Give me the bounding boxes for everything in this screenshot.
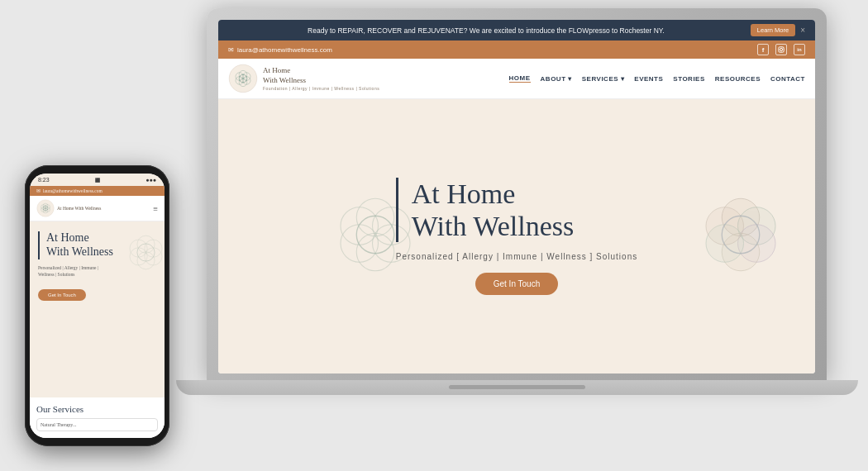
- announcement-text: Ready to REPAIR, RECOVER and REJUVENATE?…: [228, 26, 744, 35]
- svg-point-23: [706, 207, 744, 245]
- nav-home[interactable]: HOME: [509, 74, 531, 83]
- phone-screen: 8:23 ⬛ ●●● ✉ laura@athomewithwellness.co…: [30, 174, 165, 438]
- logo-image: [228, 64, 258, 93]
- hero-title-line2: With Wellness: [412, 211, 574, 241]
- svg-point-17: [356, 216, 394, 254]
- nav-about[interactable]: ABOUT ▾: [541, 75, 572, 83]
- scene: Ready to REPAIR, RECOVER and REJUVENATE?…: [0, 0, 868, 471]
- phone-logo-text: At Home With Wellness: [57, 206, 101, 211]
- phone-info-bar: ✉ laura@athomewithwellness.com: [30, 186, 165, 196]
- phone-service-card[interactable]: Natural Therapy...: [36, 418, 158, 431]
- logo-tagline: Foundation | Allergy | Immune | Wellness…: [263, 86, 379, 91]
- phone-title-line2: With Wellness: [46, 245, 113, 258]
- phone-hero-title: At Home With Wellness: [38, 231, 156, 259]
- phone-nav: At Home With Wellness ≡: [30, 196, 165, 221]
- phone-logo-area: At Home With Wellness: [36, 199, 101, 217]
- phone-logo-image: [36, 199, 55, 217]
- hero-section: At Home With Wellness Personalized [ All…: [218, 99, 815, 373]
- phone-services-title: Our Services: [36, 404, 158, 414]
- phone-services-section: Our Services Natural Therapy...: [30, 397, 165, 438]
- nav-stories[interactable]: STORIES: [673, 75, 704, 83]
- hero-right-decoration: [683, 177, 799, 296]
- svg-point-11: [356, 198, 394, 236]
- email-address: laura@athomewithwellness.com: [237, 46, 332, 54]
- laptop-body: Ready to REPAIR, RECOVER and REJUVENATE?…: [207, 8, 827, 380]
- phone-device: 8:23 ⬛ ●●● ✉ laura@athomewithwellness.co…: [25, 165, 169, 446]
- hero-subtitle: Personalized [ Allergy | Immune | Wellne…: [396, 252, 637, 261]
- linkedin-icon[interactable]: in: [794, 44, 805, 55]
- close-announcement-icon[interactable]: ×: [800, 26, 805, 35]
- nav-links: HOME ABOUT ▾ SERVICES ▾ EVENTS STORIES R…: [509, 74, 805, 83]
- hero-cta-button[interactable]: Get In Touch: [475, 273, 559, 295]
- phone-status-bar: 8:23 ⬛ ●●●: [30, 174, 165, 186]
- hamburger-icon[interactable]: ≡: [153, 204, 158, 213]
- phone-hero-section: At Home With Wellness Personalized | All…: [30, 221, 165, 397]
- learn-more-button[interactable]: Learn More: [751, 24, 795, 36]
- nav-contact[interactable]: CONTACT: [770, 75, 805, 83]
- phone-title-line1: At Home: [46, 231, 89, 244]
- phone-hero-subtitle: Personalized | Allergy | Immune | Wellne…: [38, 264, 156, 279]
- hero-title: At Home With Wellness: [396, 178, 637, 242]
- logo-text-group: At HomeWith Wellness Foundation | Allerg…: [263, 66, 379, 90]
- svg-point-1: [780, 48, 782, 50]
- social-icons-group: f in: [757, 44, 805, 55]
- phone-email-icon: ✉: [36, 188, 41, 193]
- laptop-device: Ready to REPAIR, RECOVER and REJUVENATE?…: [207, 8, 827, 413]
- nav-bar: At HomeWith Wellness Foundation | Allerg…: [218, 59, 815, 99]
- announcement-bar: Ready to REPAIR, RECOVER and REJUVENATE?…: [218, 20, 815, 40]
- screen-content: Ready to REPAIR, RECOVER and REJUVENATE?…: [218, 20, 815, 373]
- email-icon: ✉: [228, 46, 234, 54]
- hero-center: At Home With Wellness Personalized [ All…: [396, 178, 637, 295]
- logo-area: At HomeWith Wellness Foundation | Allerg…: [228, 64, 379, 93]
- logo-name: At HomeWith Wellness: [263, 66, 379, 85]
- svg-point-2: [783, 48, 784, 49]
- phone-signal-battery: ●●●: [145, 177, 156, 183]
- phone-notch: ⬛: [95, 178, 100, 183]
- facebook-icon[interactable]: f: [757, 44, 769, 55]
- email-info: ✉ laura@athomewithwellness.com: [228, 46, 332, 54]
- phone-email: laura@athomewithwellness.com: [43, 188, 103, 193]
- laptop-screen: Ready to REPAIR, RECOVER and REJUVENATE?…: [218, 20, 815, 373]
- info-bar: ✉ laura@athomewithwellness.com f: [218, 40, 815, 59]
- instagram-icon[interactable]: [775, 44, 787, 55]
- laptop-base: [176, 380, 858, 395]
- phone-body: 8:23 ⬛ ●●● ✉ laura@athomewithwellness.co…: [25, 165, 169, 446]
- nav-services[interactable]: SERVICES ▾: [582, 75, 625, 83]
- nav-events[interactable]: EVENTS: [634, 75, 663, 83]
- nav-resources[interactable]: RESOURCES: [715, 75, 761, 83]
- phone-cta-button[interactable]: Get In Touch: [38, 289, 86, 301]
- phone-time: 8:23: [38, 177, 50, 183]
- svg-point-14: [356, 233, 394, 271]
- hero-title-line1: At Home: [412, 178, 516, 209]
